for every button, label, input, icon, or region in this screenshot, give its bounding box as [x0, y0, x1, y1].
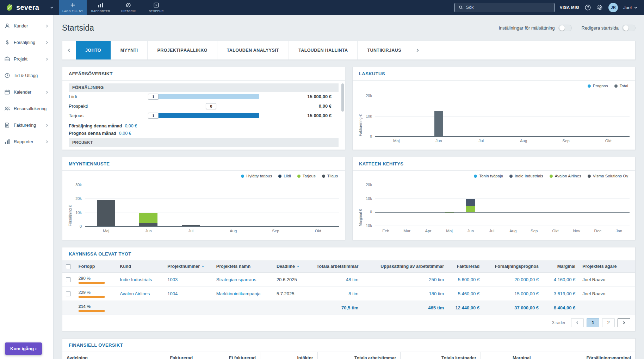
funnel-count-badge[interactable]: 0 [206, 103, 216, 109]
estimated-hours-link[interactable]: 180 tim [429, 291, 444, 296]
get-started-button[interactable]: Kom igång › [5, 342, 42, 355]
sidebar-item-fakturering[interactable]: Fakturering [0, 117, 53, 133]
invoiced-sum-link[interactable]: 12 440,00 € [455, 305, 479, 310]
invoiced-link[interactable]: 5 600,00 € [458, 277, 479, 282]
select-all-checkbox[interactable] [66, 264, 71, 269]
funnel-row: Tarjous115 000,00 € [69, 111, 339, 120]
edit-homepage-toggle[interactable]: Redigera startsida [582, 25, 636, 31]
switch-knob [623, 25, 628, 31]
topbar-button-stopwatch[interactable]: STOPPUR [142, 0, 170, 15]
project-name-link[interactable]: Markkinointikampanja [216, 291, 261, 296]
tab-projektipäällikkö[interactable]: PROJEKTIPÄÄLLIKKÖ [147, 41, 217, 59]
sidebar-item-resursallokering[interactable]: Resursallokering [0, 100, 53, 117]
chevron-right-icon [45, 24, 49, 28]
topbar-button-reports[interactable]: RAPPORTER [87, 0, 114, 15]
settings-gear-icon[interactable] [596, 4, 603, 11]
goal-settings-switch[interactable] [558, 25, 572, 31]
margin-link[interactable]: 4 160,00 € [554, 277, 575, 282]
project-number-link[interactable]: 1003 [167, 277, 178, 282]
topbar-button-history[interactable]: HISTORIK [114, 0, 142, 15]
tab-talouden-analyysit[interactable]: TALOUDEN ANALYYSIT [217, 41, 289, 59]
progress-value: 214 % [79, 304, 91, 309]
progress-value: 229 % [79, 290, 91, 295]
search-box[interactable] [454, 3, 555, 12]
chart-column [502, 182, 524, 226]
x-tick-label: Maj [439, 229, 460, 233]
tab-talouden-hallinta[interactable]: TALOUDEN HALLINTA [289, 41, 357, 59]
legend-dot [241, 175, 244, 178]
scrollbar-thumb[interactable] [341, 83, 344, 112]
pagination-next-icon[interactable] [618, 318, 630, 327]
margin-sum-link[interactable]: 8 404,00 € [554, 305, 575, 310]
sort-arrow-icon[interactable]: ▲ [202, 265, 204, 268]
summary-value-link[interactable]: 0,00 € [119, 131, 131, 136]
estimated-hours-sum-link[interactable]: 465 tim [428, 305, 444, 310]
project-name-link[interactable]: Strategian sparraus [216, 277, 256, 282]
tab-johto[interactable]: JOHTO [76, 41, 111, 59]
customer-link[interactable]: Indie Industrials [120, 277, 152, 282]
sales-forecast-link[interactable]: 20 000,00 € [514, 277, 539, 282]
funnel-row: Liidi115 000,00 € [69, 92, 339, 101]
tabs-scroll-left-icon[interactable] [62, 41, 76, 59]
sidebar-collapse-button[interactable] [45, 0, 59, 15]
chart-column [396, 182, 417, 226]
gridline [85, 226, 339, 227]
x-tick-label: Nov [566, 229, 587, 233]
total-hours-link[interactable]: 48 tim [346, 277, 358, 282]
column-label: Försäljningsprognos [495, 264, 539, 269]
search-icon [458, 5, 463, 10]
dollar-icon [4, 39, 10, 45]
estimated-hours-link[interactable]: 250 tim [429, 277, 444, 282]
customer-link[interactable]: Avalon Airlines [120, 291, 150, 296]
tab-myynti[interactable]: MYYNTI [111, 41, 148, 59]
pagination-prev-icon[interactable] [571, 318, 584, 327]
sidebar-item-projekt[interactable]: Projekt [0, 51, 53, 67]
chart-bar [97, 200, 115, 226]
chart-column [417, 182, 439, 226]
project-number-link[interactable]: 1004 [167, 291, 178, 296]
tabs-scroll-right-icon[interactable] [411, 41, 424, 59]
topbar-button-add-new[interactable]: LÄGG TILL NY [59, 0, 87, 15]
sidebar-item-tid-utlagg[interactable]: Tid & Utlägg [0, 67, 53, 84]
sales-forecast-sum-link[interactable]: 37 000,00 € [514, 305, 539, 310]
pagination-page-1[interactable]: 1 [587, 318, 599, 327]
x-tick-label: Jan [608, 229, 630, 233]
sidebar-item-forsaljning[interactable]: Försäljning [0, 34, 53, 51]
total-hours-link[interactable]: 8 tim [348, 291, 358, 296]
funnel-count-badge[interactable]: 1 [148, 94, 159, 100]
total-hours-sum-link[interactable]: 70,5 tim [341, 305, 358, 310]
invoiced-link[interactable]: 5 460,00 € [458, 291, 479, 296]
column-header-totala-arbetstimmar: Totala arbetstimmar [310, 261, 362, 272]
estimated-hours-sum-cell: 465 tim [362, 301, 447, 315]
briefcase-icon [4, 56, 10, 62]
y-tick-label: 0 [80, 224, 82, 228]
tab-tuntikirjaus[interactable]: TUNTIKIRJAUS [357, 41, 410, 59]
chart-column [587, 182, 608, 226]
edit-homepage-switch[interactable] [622, 25, 636, 31]
sidebar-item-kunder[interactable]: Kunder [0, 18, 53, 34]
user-avatar[interactable]: JR [608, 3, 618, 12]
row-checkbox[interactable] [66, 291, 71, 296]
chart-bar [139, 223, 157, 226]
sort-arrow-icon[interactable]: ▲ [297, 265, 299, 268]
margin-link[interactable]: 3 619,00 € [554, 291, 575, 296]
summary-value-link[interactable]: 0,00 € [125, 124, 137, 128]
margin-cell: 4 160,00 € [542, 272, 579, 286]
sidebar-item-rapporter[interactable]: Rapporter [0, 133, 53, 150]
pagination-page-2[interactable]: 2 [602, 318, 615, 327]
progress-cell: 214 % [75, 301, 116, 315]
table-row[interactable]: 290 %Indie Industrials1003Strategian spa… [62, 272, 635, 286]
chevron-right-icon [45, 57, 49, 61]
severa-logo[interactable]: severa [0, 0, 45, 15]
sales-summary-row: Prognos denna månad0,00 € [69, 130, 339, 137]
show-me-link[interactable]: VISA MIG [560, 5, 579, 10]
goal-settings-toggle[interactable]: Inställningar för målsättning [499, 25, 572, 31]
table-row[interactable]: 229 %Avalon Airlines1004Markkinointikamp… [62, 286, 635, 301]
help-icon[interactable] [584, 4, 591, 11]
row-checkbox[interactable] [66, 277, 71, 282]
funnel-count-badge[interactable]: 1 [148, 113, 159, 119]
search-input[interactable] [466, 5, 551, 10]
sales-forecast-link[interactable]: 15 000,00 € [514, 291, 539, 296]
sidebar-item-kalender[interactable]: Kalender [0, 84, 53, 100]
user-menu[interactable]: Joel [623, 5, 638, 10]
